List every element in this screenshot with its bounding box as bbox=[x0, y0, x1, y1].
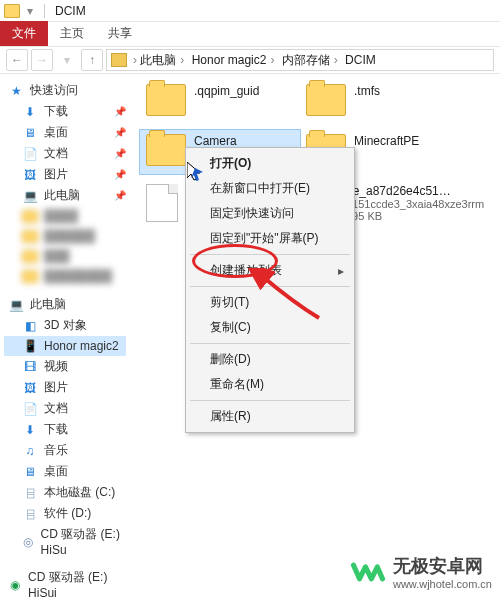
sidebar-item-blurred[interactable]: ███ bbox=[4, 246, 126, 266]
folder-icon bbox=[22, 208, 38, 224]
folder-item[interactable]: .tmfs bbox=[300, 80, 460, 124]
folder-icon bbox=[22, 228, 38, 244]
sidebar-item-label: 文档 bbox=[44, 145, 68, 162]
sidebar-item-label: 图片 bbox=[44, 379, 68, 396]
sidebar-item-label: ████ bbox=[44, 209, 78, 223]
ctx-copy[interactable]: 复制(C) bbox=[188, 315, 352, 340]
item-sub: 2151ccde3_3xaia48xze3rrm bbox=[346, 198, 484, 210]
drive-icon: ⌸ bbox=[22, 506, 38, 522]
download-icon: ⬇ bbox=[22, 422, 38, 438]
file-tab[interactable]: 文件 bbox=[0, 21, 48, 46]
crumb-storage[interactable]: 内部存储 bbox=[282, 53, 330, 67]
sidebar-item-documents[interactable]: 📄文档📌 bbox=[4, 143, 126, 164]
title-bar: ▾ DCIM bbox=[0, 0, 500, 22]
this-pc-group[interactable]: 💻 此电脑 bbox=[4, 294, 126, 315]
share-tab[interactable]: 共享 bbox=[96, 21, 144, 46]
sidebar-item-pictures2[interactable]: 🖼图片 bbox=[4, 377, 126, 398]
nav-back-button[interactable]: ← bbox=[6, 49, 28, 71]
3d-icon: ◧ bbox=[22, 318, 38, 334]
sidebar-item-label: 下载 bbox=[44, 103, 68, 120]
sidebar-item-drive-d[interactable]: ⌸软件 (D:) bbox=[4, 503, 126, 524]
pin-icon: 📌 bbox=[114, 148, 126, 159]
drive-icon: ⌸ bbox=[22, 485, 38, 501]
ctx-pin-start[interactable]: 固定到"开始"屏幕(P) bbox=[188, 226, 352, 251]
item-size: 895 KB bbox=[346, 210, 484, 222]
sidebar-item-blurred[interactable]: ██████ bbox=[4, 226, 126, 246]
folder-icon bbox=[306, 84, 346, 116]
crumb-device[interactable]: Honor magic2 bbox=[192, 53, 267, 67]
navigation-pane: ★ 快速访问 ⬇下载📌 🖥桌面📌 📄文档📌 🖼图片📌 💻此电脑📌 ████ ██… bbox=[0, 74, 130, 598]
sidebar-item-label: 桌面 bbox=[44, 463, 68, 480]
sidebar-item-label: 音乐 bbox=[44, 442, 68, 459]
sidebar-item-blurred[interactable]: ████ bbox=[4, 206, 126, 226]
sidebar-item-music[interactable]: ♫音乐 bbox=[4, 440, 126, 461]
item-label: .tmfs bbox=[354, 84, 380, 98]
sidebar-item-downloads[interactable]: ⬇下载📌 bbox=[4, 101, 126, 122]
pin-icon: 📌 bbox=[114, 190, 126, 201]
context-menu: 打开(O) 在新窗口中打开(E) 固定到快速访问 固定到"开始"屏幕(P) 创建… bbox=[185, 147, 355, 433]
pictures-icon: 🖼 bbox=[22, 380, 38, 396]
qat-chevron-icon[interactable]: ▾ bbox=[22, 3, 38, 19]
cd-drive-group[interactable]: ◉CD 驱动器 (E:) HiSui bbox=[4, 567, 126, 598]
sidebar-item-desktop[interactable]: 🖥桌面📌 bbox=[4, 122, 126, 143]
this-pc-label: 此电脑 bbox=[30, 296, 66, 313]
crumb-folder[interactable]: DCIM bbox=[345, 53, 376, 67]
sidebar-item-label: 文档 bbox=[44, 400, 68, 417]
sidebar-item-label: CD 驱动器 (E:) HiSu bbox=[41, 526, 126, 557]
ctx-separator bbox=[190, 254, 350, 255]
cursor-icon bbox=[187, 162, 205, 184]
folder-icon bbox=[111, 53, 127, 67]
file-icon bbox=[146, 184, 178, 222]
ctx-cut[interactable]: 剪切(T) bbox=[188, 290, 352, 315]
sidebar-item-videos[interactable]: 🎞视频 bbox=[4, 356, 126, 377]
sidebar-item-thispc-quick[interactable]: 💻此电脑📌 bbox=[4, 185, 126, 206]
sidebar-item-3d[interactable]: ◧3D 对象 bbox=[4, 315, 126, 336]
ctx-separator bbox=[190, 343, 350, 344]
sidebar-item-drive-c[interactable]: ⌸本地磁盘 (C:) bbox=[4, 482, 126, 503]
sidebar-item-documents2[interactable]: 📄文档 bbox=[4, 398, 126, 419]
desktop-icon: 🖥 bbox=[22, 464, 38, 480]
watermark-url: www.wjhotel.com.cn bbox=[393, 578, 492, 590]
folder-icon bbox=[22, 248, 38, 264]
folder-icon bbox=[146, 134, 186, 166]
breadcrumb[interactable]: › 此电脑› Honor magic2› 内部存储› DCIM bbox=[133, 52, 376, 69]
ctx-separator bbox=[190, 286, 350, 287]
crumb-root[interactable]: 此电脑 bbox=[140, 53, 176, 67]
ctx-separator bbox=[190, 400, 350, 401]
ctx-pin-quick[interactable]: 固定到快速访问 bbox=[188, 201, 352, 226]
ctx-rename[interactable]: 重命名(M) bbox=[188, 372, 352, 397]
sidebar-item-desktop2[interactable]: 🖥桌面 bbox=[4, 461, 126, 482]
nav-forward-button[interactable]: → bbox=[31, 49, 53, 71]
nav-history-button[interactable]: ▾ bbox=[56, 49, 78, 71]
pin-icon: 📌 bbox=[114, 127, 126, 138]
video-icon: 🎞 bbox=[22, 359, 38, 375]
nav-up-button[interactable]: ↑ bbox=[81, 49, 103, 71]
ctx-properties[interactable]: 属性(R) bbox=[188, 404, 352, 429]
sidebar-item-blurred[interactable]: ████████ bbox=[4, 266, 126, 286]
ctx-playlist[interactable]: 创建播放列表▸ bbox=[188, 258, 352, 283]
quick-access-group[interactable]: ★ 快速访问 bbox=[4, 80, 126, 101]
sidebar-item-cd[interactable]: ◎CD 驱动器 (E:) HiSu bbox=[4, 524, 126, 559]
desktop-icon: 🖥 bbox=[22, 125, 38, 141]
sidebar-item-downloads2[interactable]: ⬇下载 bbox=[4, 419, 126, 440]
ctx-open[interactable]: 打开(O) bbox=[188, 151, 352, 176]
qat-separator bbox=[44, 4, 45, 18]
ctx-playlist-label: 创建播放列表 bbox=[210, 263, 282, 277]
ctx-delete[interactable]: 删除(D) bbox=[188, 347, 352, 372]
sidebar-item-label: 软件 (D:) bbox=[44, 505, 91, 522]
sidebar-item-label: ██████ bbox=[44, 229, 95, 243]
sidebar-item-label: 桌面 bbox=[44, 124, 68, 141]
pin-icon: 📌 bbox=[114, 169, 126, 180]
sidebar-item-pictures[interactable]: 🖼图片📌 bbox=[4, 164, 126, 185]
item-label: MinecraftPE bbox=[354, 134, 419, 148]
folder-item[interactable]: .qqpim_guid bbox=[140, 80, 300, 124]
sidebar-item-label: 此电脑 bbox=[44, 187, 80, 204]
address-field[interactable]: › 此电脑› Honor magic2› 内部存储› DCIM bbox=[106, 49, 494, 71]
home-tab[interactable]: 主页 bbox=[48, 21, 96, 46]
item-label: Camera bbox=[194, 134, 237, 148]
documents-icon: 📄 bbox=[22, 146, 38, 162]
sidebar-item-phone[interactable]: 📱Honor magic2 bbox=[4, 336, 126, 356]
sidebar-item-label: 图片 bbox=[44, 166, 68, 183]
window-title: DCIM bbox=[55, 4, 86, 18]
ctx-open-newwindow[interactable]: 在新窗口中打开(E) bbox=[188, 176, 352, 201]
